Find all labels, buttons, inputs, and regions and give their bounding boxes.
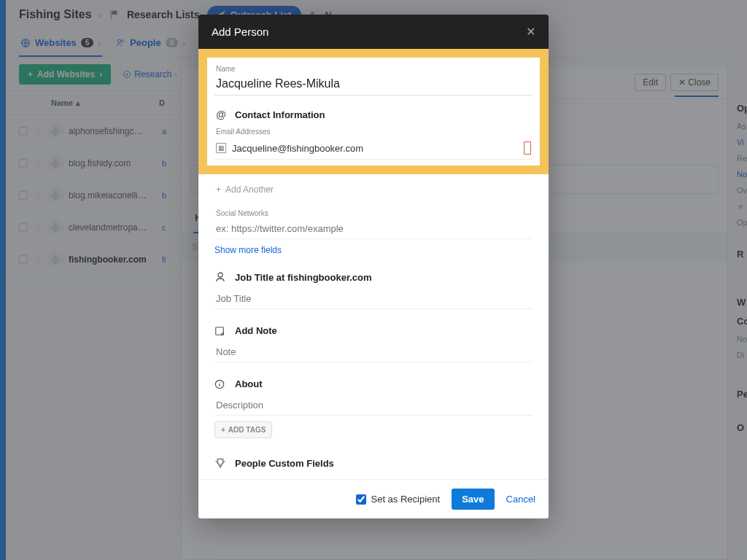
add-tags-button[interactable]: + ADD TAGS (214, 421, 272, 438)
modal-title: Add Person (212, 26, 268, 38)
lightbulb-icon (214, 457, 228, 469)
social-label: Social Networks (216, 209, 531, 217)
save-button[interactable]: Save (452, 489, 494, 510)
email-label: Email Addresses (216, 128, 531, 136)
show-more-fields-link[interactable]: Show more fields (214, 239, 282, 258)
plus-icon: + (221, 426, 225, 434)
name-input[interactable] (214, 74, 533, 96)
note-icon (214, 326, 228, 336)
highlighted-region: Name @ Contact Information Email Address… (198, 49, 549, 174)
modal-overlay[interactable]: Add Person ✕ Name @ Contact Information … (0, 0, 747, 560)
info-icon (214, 379, 228, 389)
jobtitle-input[interactable] (214, 290, 533, 309)
add-person-modal: Add Person ✕ Name @ Contact Information … (198, 15, 549, 518)
social-input[interactable] (214, 220, 533, 239)
about-heading: About (235, 378, 263, 389)
note-input[interactable] (214, 343, 533, 362)
email-status-indicator (524, 141, 531, 155)
at-icon: @ (214, 109, 228, 120)
email-row[interactable]: ▦ Jacqueline@fishingbooker.com (214, 139, 533, 160)
add-another-email[interactable]: + Add Another (214, 180, 533, 199)
custom-fields-heading: People Custom Fields (235, 458, 334, 469)
jobtitle-heading: Job Title at fishingbooker.com (235, 272, 372, 283)
plus-icon: + (216, 184, 221, 195)
building-icon: ▦ (216, 143, 226, 153)
name-label: Name (216, 65, 533, 73)
person-badge-icon (214, 271, 228, 283)
email-value: Jacqueline@fishingbooker.com (232, 143, 363, 154)
modal-close-icon[interactable]: ✕ (526, 25, 535, 39)
description-input[interactable] (214, 397, 533, 416)
cancel-button[interactable]: Cancel (506, 494, 535, 505)
set-recipient-input[interactable] (356, 494, 366, 505)
set-recipient-checkbox[interactable]: Set as Recipient (356, 494, 440, 505)
contact-info-heading: Contact Information (235, 109, 325, 120)
addnote-heading: Add Note (235, 325, 277, 336)
svg-point-10 (218, 273, 222, 277)
